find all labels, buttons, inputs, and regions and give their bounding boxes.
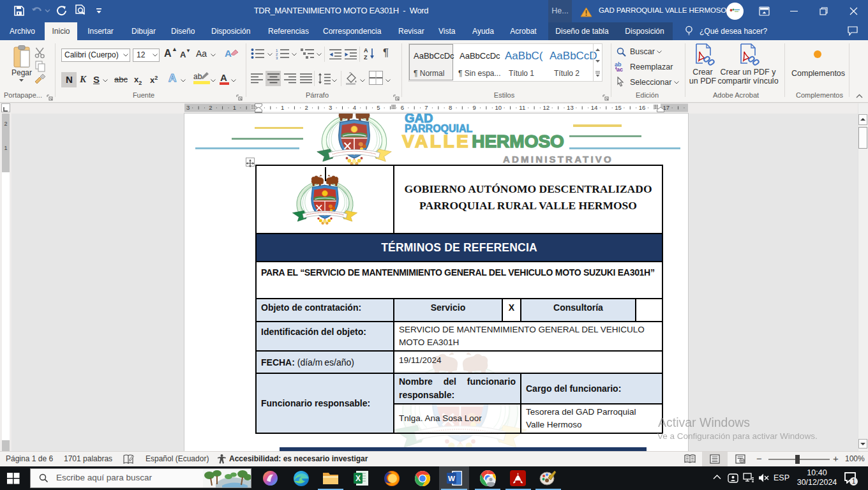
svg-text:11: 11 <box>519 104 525 111</box>
svg-text:12: 12 <box>543 104 550 111</box>
svg-text:2: 2 <box>304 104 308 111</box>
svg-text:3: 3 <box>276 56 278 60</box>
svg-text:W: W <box>448 475 455 482</box>
svg-text:X: X <box>355 474 361 483</box>
svg-text:14: 14 <box>591 104 598 111</box>
svg-text:Z: Z <box>364 54 368 60</box>
svg-text:3: 3 <box>186 104 190 111</box>
svg-text:8: 8 <box>449 104 452 111</box>
svg-text:1: 1 <box>281 104 284 111</box>
svg-text:13: 13 <box>567 104 574 111</box>
svg-text:2: 2 <box>209 104 212 111</box>
svg-text:5: 5 <box>377 104 380 111</box>
svg-text:4: 4 <box>353 104 356 111</box>
svg-text:9: 9 <box>472 104 475 111</box>
svg-text:1: 1 <box>233 104 236 111</box>
svg-text:7: 7 <box>424 104 428 111</box>
svg-text:16: 16 <box>639 104 646 111</box>
svg-text:ac: ac <box>617 66 623 72</box>
svg-text:10: 10 <box>495 104 502 111</box>
svg-text:6: 6 <box>401 104 404 111</box>
svg-text:A: A <box>364 47 368 54</box>
svg-text:3: 3 <box>329 104 332 111</box>
svg-text:15: 15 <box>615 104 622 111</box>
